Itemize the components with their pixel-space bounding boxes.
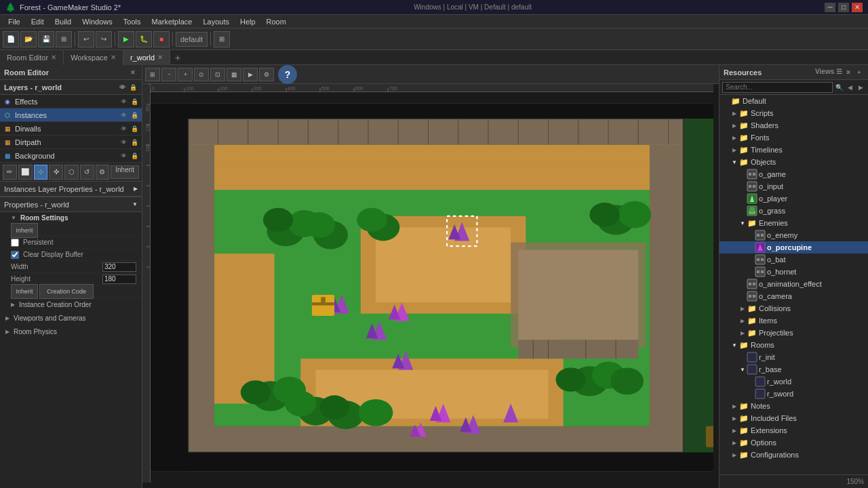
play-preview-button[interactable]: ▶	[243, 68, 258, 81]
height-input[interactable]	[102, 274, 136, 284]
dirwalls-lock-icon[interactable]: 🔒	[130, 124, 139, 134]
grid-button[interactable]: ⊞	[145, 68, 160, 81]
nav-next-icon[interactable]: ▶	[856, 83, 865, 92]
undo-button[interactable]: ↩	[78, 31, 94, 47]
tree-r-world[interactable]: r_world	[719, 375, 868, 388]
stop-button[interactable]: ■	[153, 31, 170, 47]
tab-workspace-close[interactable]: ✕	[111, 54, 116, 61]
tab-room-editor[interactable]: Room Editor ✕	[0, 50, 64, 65]
tree-extensions[interactable]: ▶ 📁 Extensions	[719, 424, 868, 436]
tab-add-button[interactable]: +	[170, 50, 185, 65]
layer-background[interactable]: ▩ Background 👁 🔒	[0, 149, 142, 163]
add-resources-icon[interactable]: +	[854, 68, 864, 77]
properties-header[interactable]: Properties - r_world ▼	[0, 197, 142, 212]
save-all-button[interactable]: ⊞	[56, 31, 72, 47]
rotate-tool[interactable]: ↺	[80, 165, 94, 180]
tab-r-world[interactable]: r_world ✕	[123, 50, 170, 65]
tree-r-sword[interactable]: r_sword	[719, 388, 868, 400]
instances-section-header[interactable]: Instances Layer Properties - r_world ▶	[0, 182, 142, 197]
tree-configurations[interactable]: ▶ 📁 Configurations	[719, 449, 868, 461]
layer-effects[interactable]: ◉ Effects 👁 🔒	[0, 95, 142, 108]
menu-marketplace[interactable]: Marketplace	[146, 15, 197, 28]
zoom-out-button[interactable]: －	[161, 68, 176, 81]
effects-eye-icon[interactable]: 👁	[119, 97, 128, 106]
tree-scripts[interactable]: ▶ 📁 Scripts	[719, 107, 868, 119]
inherit-2-button[interactable]: Inherit	[11, 284, 38, 299]
tree-projectiles[interactable]: ▶ 📁 Projectiles	[719, 327, 868, 339]
tree-default[interactable]: 📁 Default	[719, 95, 868, 107]
redo-button[interactable]: ↪	[96, 31, 112, 47]
layer-view-button[interactable]: ▦	[226, 68, 241, 81]
tree-o-grass[interactable]: o_grass	[719, 205, 868, 217]
instance-creation-order-item[interactable]: ▶ Instance Creation Order	[5, 298, 142, 311]
dirtpath-lock-icon[interactable]: 🔒	[130, 138, 139, 147]
zoom-in-button[interactable]: ＋	[178, 68, 193, 81]
tree-fonts[interactable]: ▶ 📁 Fonts	[719, 131, 868, 144]
menu-file[interactable]: File	[3, 15, 26, 28]
tree-enemies[interactable]: ▼ 📁 Enemies	[719, 217, 868, 229]
config-label[interactable]: default	[176, 32, 208, 47]
close-button[interactable]: ✕	[852, 3, 863, 12]
tab-workspace[interactable]: Workspace ✕	[64, 50, 123, 65]
tree-o-porcupine[interactable]: o_porcupine	[719, 241, 868, 253]
tree-r-base[interactable]: ▼ r_base	[719, 363, 868, 375]
tree-o-hornet[interactable]: o_hornet	[719, 266, 868, 278]
run-button[interactable]: ▶	[118, 31, 134, 47]
tree-rooms[interactable]: ▼ 📁 Rooms	[719, 339, 868, 351]
help-button[interactable]: ?	[278, 65, 297, 84]
close-resources-icon[interactable]: ✕	[844, 68, 853, 77]
dirwalls-eye-icon[interactable]: 👁	[119, 124, 128, 134]
fit-view-button[interactable]: ⊡	[210, 68, 225, 81]
width-input[interactable]	[102, 262, 136, 272]
tab-room-editor-close[interactable]: ✕	[51, 54, 56, 61]
tab-r-world-close[interactable]: ✕	[157, 54, 163, 61]
inherit-room-button[interactable]: Inherit	[11, 223, 38, 238]
new-button[interactable]: 📄	[3, 31, 19, 47]
tree-options[interactable]: ▶ 📁 Options	[719, 436, 868, 449]
settings-tool[interactable]: ⚙	[96, 165, 110, 180]
pencil-tool[interactable]: ✏	[3, 165, 17, 180]
lock-icon[interactable]: 🔒	[128, 83, 138, 92]
maximize-button[interactable]: □	[838, 3, 849, 12]
room-physics-item[interactable]: ▶ Room Physics	[0, 325, 142, 338]
minimize-button[interactable]: ─	[825, 3, 835, 12]
menu-windows[interactable]: Windows	[77, 15, 118, 28]
clear-display-checkbox[interactable]	[11, 251, 19, 259]
nav-prev-icon[interactable]: ◀	[845, 83, 854, 92]
eye-icon[interactable]: 👁	[117, 83, 127, 92]
open-button[interactable]: 📂	[20, 31, 37, 47]
layout-button[interactable]: ⊞	[214, 31, 230, 47]
tree-timelines[interactable]: ▶ 📁 Timelines	[719, 144, 868, 156]
menu-edit[interactable]: Edit	[26, 15, 50, 28]
search-input[interactable]	[722, 82, 833, 93]
tree-o-game[interactable]: o_game	[719, 168, 868, 180]
tree-included-files[interactable]: ▶ 📁 Included Files	[719, 412, 868, 424]
layer-dirwalls[interactable]: ▦ Dirwalls 👁 🔒	[0, 122, 142, 136]
select-tool[interactable]: ⊹	[34, 165, 48, 180]
background-lock-icon[interactable]: 🔒	[130, 151, 139, 161]
zoom-reset-button[interactable]: ⊙	[194, 68, 209, 81]
resize-tool[interactable]: ⬡	[64, 165, 79, 180]
menu-build[interactable]: Build	[50, 15, 77, 28]
instances-eye-icon[interactable]: 👁	[119, 110, 128, 120]
tree-o-enemy[interactable]: o_enemy	[719, 229, 868, 241]
tree-o-camera[interactable]: o_camera	[719, 290, 868, 302]
search-icon[interactable]: 🔍	[834, 83, 844, 92]
save-button[interactable]: 💾	[38, 31, 54, 47]
background-eye-icon[interactable]: 👁	[119, 151, 128, 161]
menu-help[interactable]: Help	[235, 15, 261, 28]
tree-collisions[interactable]: ▶ 📁 Collisions	[719, 302, 868, 314]
effects-lock-icon[interactable]: 🔒	[130, 97, 139, 106]
room-canvas-content[interactable]	[151, 92, 713, 483]
menu-room[interactable]: Room	[261, 15, 292, 28]
menu-tools[interactable]: Tools	[118, 15, 146, 28]
instances-lock-icon[interactable]: 🔒	[130, 110, 139, 120]
viewports-cameras-item[interactable]: ▶ Viewports and Cameras	[0, 311, 142, 325]
menu-layouts[interactable]: Layouts	[197, 15, 235, 28]
tree-shaders[interactable]: ▶ 📁 Shaders	[719, 119, 868, 131]
debug-button[interactable]: 🐛	[136, 31, 152, 47]
close-panel-icon[interactable]: ✕	[128, 68, 138, 77]
inherit-button[interactable]: Inherit	[111, 165, 139, 179]
persistent-checkbox[interactable]	[11, 239, 19, 247]
tree-o-animation-effect[interactable]: o_animation_effect	[719, 278, 868, 290]
